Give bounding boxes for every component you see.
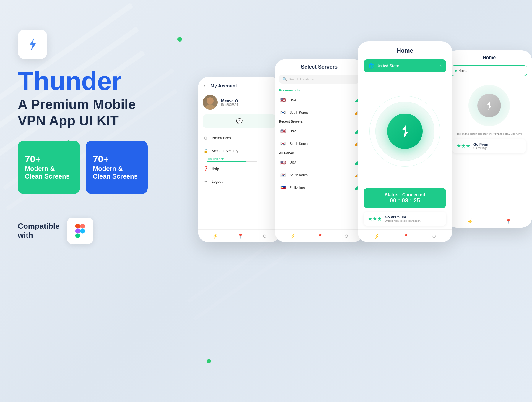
compatible-section: Compatible with	[18, 218, 171, 244]
profile-name: Meave O	[221, 98, 276, 103]
premium-banner[interactable]: ★★★ Go Premium Unlock high speed connect…	[364, 212, 446, 226]
home2-bottom-nav: ⚡ 📍	[446, 215, 532, 228]
vpn-outer-ring	[375, 102, 434, 161]
phone-home: Home 🌐 United State ›	[358, 41, 452, 242]
svg-rect-3	[75, 229, 80, 234]
help-icon: ❓	[203, 166, 209, 171]
premium-text: Go Premium Unlock high speed connection.	[385, 215, 442, 222]
nav-settings3[interactable]: ⊙	[432, 233, 436, 239]
profile-section: Meave O ID : 5675894	[198, 92, 281, 114]
selected-server-label: United State	[377, 64, 399, 68]
search-placeholder: Search Locations...	[289, 77, 317, 81]
home2-title: Home	[446, 50, 532, 65]
nav-location3[interactable]: 📍	[403, 233, 409, 239]
servers-screen: Select Servers 🔍 Search Locations... Rec…	[275, 59, 364, 242]
status-box: Status : Connected 00 : 03 : 25	[364, 188, 446, 208]
premium-sub: Unlock high speed connection.	[385, 219, 442, 222]
korea-flag-all: 🇰🇷	[279, 171, 287, 179]
ph-flag: 🇵🇭	[279, 184, 287, 191]
nav-lightning3[interactable]: ⚡	[374, 233, 380, 239]
nav-location2[interactable]: 📍	[317, 233, 323, 239]
lightning-bolt-vpn	[399, 124, 411, 139]
preferences-item[interactable]: ⚙ Preferences	[198, 132, 281, 145]
home-bottom-nav: ⚡ 📍 ⊙	[358, 229, 452, 242]
svg-point-7	[207, 97, 214, 104]
app-title: Thunder	[18, 68, 171, 94]
bottom-nav: ⚡ 📍 ⊙	[198, 229, 281, 242]
server-item-usa-recent[interactable]: 🇺🇸 USA	[275, 125, 364, 137]
server-item-usa-all[interactable]: 🇺🇸 USA	[275, 156, 364, 169]
servers-bottom-nav: ⚡ 📍 ⊙	[275, 229, 364, 242]
left-section: Thunder A Premium Mobile VPN App UI KIT …	[18, 30, 171, 244]
profile-info: Meave O ID : 5675894	[221, 98, 276, 106]
svg-point-6	[205, 104, 215, 110]
phones-area: ← My Account Meave O ID : 5675894 💬	[198, 18, 532, 242]
figma-icon	[73, 224, 87, 238]
help-item[interactable]: ❓ Help	[198, 162, 281, 175]
dot-icon: ●	[455, 69, 457, 73]
server-item-usa-rec[interactable]: 🇺🇸 USA	[275, 94, 364, 106]
power-button-small[interactable]	[477, 94, 501, 117]
server-item-ph[interactable]: 🇵🇭 Philiphines	[275, 181, 364, 194]
nav-location-icon[interactable]: 📍	[238, 233, 244, 239]
korea-flag: 🇰🇷	[279, 108, 287, 116]
logout-item[interactable]: → Logout	[198, 175, 281, 188]
lock-icon: 🔒	[203, 148, 209, 154]
svg-marker-9	[487, 101, 492, 110]
nav-location4[interactable]: 📍	[505, 218, 511, 224]
vpn-power-button[interactable]	[387, 114, 423, 149]
outer-ring-small	[468, 85, 510, 126]
home2-screen: Home ● Your... Tap on the button and	[446, 50, 532, 228]
progress-label: 80% Complete	[207, 158, 281, 161]
globe-icon: 🌐	[368, 63, 374, 69]
bolt-small	[485, 100, 493, 111]
security-item[interactable]: 🔒 Account Security	[198, 145, 281, 158]
feature-cards: 70+ Modern & Clean Screens 70+ Modern & …	[18, 141, 171, 194]
account-title: My Account	[210, 83, 237, 89]
lightning-bolt-icon	[25, 37, 40, 52]
premium-text-2: Go Prem Unlock high...	[473, 142, 522, 150]
svg-rect-2	[80, 224, 85, 228]
search-bar[interactable]: 🔍 Search Locations...	[279, 75, 359, 84]
figma-logo-box	[67, 218, 93, 244]
server-item-korea-recent[interactable]: 🇰🇷 South Korea	[275, 137, 364, 150]
decorative-dot-1	[177, 37, 182, 42]
chevron-right-icon: ›	[440, 64, 442, 68]
recent-label: Recent Servers	[275, 119, 364, 125]
your-server-text: Your...	[459, 69, 467, 72]
account-header: ← My Account	[198, 77, 281, 92]
premium-title: Go Premium	[385, 215, 442, 219]
compatible-label: Compatible with	[18, 222, 60, 240]
status-label: Status : Connected	[368, 192, 442, 197]
nav-settings-icon[interactable]: ⊙	[263, 233, 267, 239]
profile-id: ID : 5675894	[221, 103, 276, 106]
recommended-label: Recomnended	[275, 87, 364, 94]
premium-banner-2[interactable]: ★★★ Go Prem Unlock high...	[452, 139, 526, 153]
your-server-bar[interactable]: ● Your...	[451, 65, 527, 76]
nav-lightning2[interactable]: ⚡	[290, 233, 296, 239]
server-item-korea-rec[interactable]: 🇰🇷 South Korea	[275, 106, 364, 119]
nav-lightning-icon[interactable]: ⚡	[213, 233, 218, 239]
chat-icon: 💬	[236, 118, 243, 124]
svg-point-5	[80, 229, 85, 234]
feature-card-blue: 70+ Modern & Clean Screens	[86, 141, 148, 194]
servers-title: Select Servers	[275, 59, 364, 75]
usa-flag: 🇺🇸	[279, 96, 287, 104]
chat-button[interactable]: 💬	[203, 114, 276, 128]
vpn-circle-small	[446, 85, 532, 126]
svg-marker-0	[30, 38, 36, 51]
nav-settings2[interactable]: ⊙	[344, 233, 348, 239]
nav-lightning4[interactable]: ⚡	[467, 218, 473, 224]
svg-rect-4	[75, 234, 80, 238]
vpn-circle-area	[358, 74, 452, 188]
decorative-dot-3	[207, 359, 211, 363]
premium-title-2: Go Prem	[473, 142, 522, 147]
app-icon	[18, 30, 47, 59]
search-icon: 🔍	[283, 77, 287, 81]
korea-flag-recent: 🇰🇷	[279, 140, 287, 147]
server-item-korea-all[interactable]: 🇰🇷 South Korea	[275, 169, 364, 181]
all-label: All Server	[275, 150, 364, 156]
usa-flag-all: 🇺🇸	[279, 159, 287, 166]
feature-card-green: 70+ Modern & Clean Screens	[18, 141, 80, 194]
server-selector[interactable]: 🌐 United State ›	[364, 59, 446, 72]
